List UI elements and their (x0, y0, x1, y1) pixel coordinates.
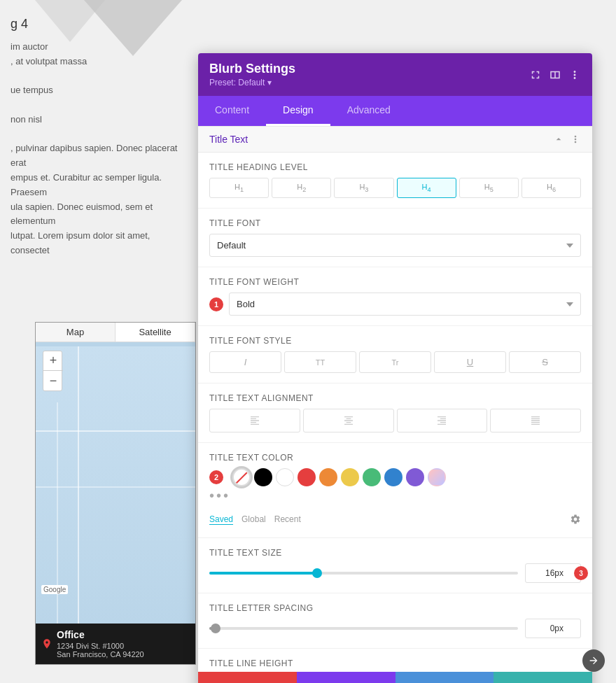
panel-fullscreen-icon[interactable] (529, 69, 542, 81)
heading-h5[interactable]: H5 (459, 178, 519, 198)
map-zoom-in[interactable]: + (43, 351, 63, 371)
title-text-size-track[interactable] (209, 572, 518, 575)
color-swatch-black[interactable] (254, 468, 272, 486)
more-dots: ••• (209, 488, 230, 504)
color-swatch-blue[interactable] (384, 468, 402, 486)
title-letter-spacing-thumb[interactable] (211, 624, 220, 633)
title-letter-spacing-slider-row (209, 619, 581, 638)
color-tab-recent[interactable]: Recent (274, 514, 301, 524)
office-info-card: Office 1234 Divi St. #1000 San Francisco… (36, 624, 195, 664)
tab-content[interactable]: Content (198, 96, 266, 126)
color-swatch-yellow[interactable] (341, 468, 359, 486)
map-tab-map[interactable]: Map (36, 323, 115, 342)
tab-advanced[interactable]: Advanced (330, 96, 407, 126)
bg-text-5: , pulvinar dapibus sapien. Donec placera… (10, 141, 186, 171)
title-letter-spacing-track[interactable] (209, 627, 518, 630)
section-title-text: Title Text (198, 126, 592, 153)
title-text-size-row: Title Text Size 3 (198, 538, 592, 593)
title-font-weight-row: Title Font Weight 1 Bold (198, 267, 592, 326)
title-line-height-label: Title Line Height (209, 659, 581, 668)
color-tab-saved[interactable]: Saved (209, 514, 233, 525)
font-weight-badge: 1 (209, 297, 223, 311)
save-button[interactable]: ✓ (493, 672, 592, 683)
align-left[interactable] (209, 409, 300, 432)
panel-split-icon[interactable] (549, 69, 561, 81)
color-more-dots: ••• (209, 486, 581, 507)
color-settings-icon[interactable] (570, 514, 581, 525)
floating-help-icon[interactable] (582, 649, 605, 672)
title-font-weight-label: Title Font Weight (209, 277, 581, 287)
office-name: Office (57, 629, 188, 640)
bg-number: g 4 (10, 14, 186, 34)
color-swatch-green[interactable] (363, 468, 381, 486)
style-strikethrough[interactable]: S (509, 351, 581, 373)
cancel-button[interactable]: ✕ (198, 672, 297, 683)
blurb-settings-panel: Blurb Settings Preset: Default ▾ Content… (198, 53, 592, 683)
align-center[interactable] (303, 409, 394, 432)
google-logo: Google (41, 585, 68, 594)
redo-button[interactable]: ↪ (396, 672, 494, 683)
heading-h3[interactable]: H3 (334, 178, 393, 198)
title-text-size-slider-row: 3 (209, 563, 581, 583)
title-text-alignment-label: Title Text Alignment (209, 393, 581, 403)
title-text-size-label: Title Text Size (209, 548, 581, 558)
title-letter-spacing-row: Title Letter Spacing (198, 593, 592, 649)
color-badge: 2 (209, 470, 223, 484)
map-widget: Map Satellite + − Google Office 1234 Div… (35, 322, 196, 665)
title-text-size-input[interactable] (525, 563, 581, 583)
color-swatch-white[interactable] (276, 468, 294, 486)
section-menu-icon[interactable] (570, 134, 581, 145)
office-addr1: 1234 Divi St. #1000 (57, 642, 188, 650)
undo-button[interactable]: ↩ (297, 672, 396, 683)
title-text-size-thumb[interactable] (312, 568, 322, 578)
title-font-style-row: Title Font Style I TT Tr U S (198, 326, 592, 383)
map-tab-satellite[interactable]: Satellite (115, 323, 195, 342)
map-zoom-out[interactable]: − (43, 371, 63, 390)
color-swatch-custom[interactable] (428, 468, 446, 486)
heading-h4[interactable]: H4 (397, 178, 456, 198)
bg-text-area: g 4 im auctor , at volutpat massa ue tem… (0, 0, 196, 272)
color-swatch-orange[interactable] (319, 468, 337, 486)
title-letter-spacing-input[interactable] (525, 619, 581, 638)
panel-tabs: Content Design Advanced (198, 96, 592, 126)
bg-text-7: ula sapien. Donec euismod, sem et elemen… (10, 200, 186, 230)
tab-design[interactable]: Design (266, 96, 330, 126)
office-addr2: San Francisco, CA 94220 (57, 650, 188, 659)
style-allcaps[interactable]: TT (284, 351, 356, 373)
bg-text-3: ue tempus (10, 83, 186, 98)
heading-h1[interactable]: H1 (209, 178, 269, 198)
title-font-weight-select-wrap: 1 Bold (209, 293, 581, 316)
map-tab-bar: Map Satellite (36, 323, 195, 342)
title-text-color-row: Title Text Color 2 ••• Saved Global (198, 443, 592, 538)
section-title-label: Title Text (209, 134, 248, 145)
color-tab-global[interactable]: Global (241, 514, 266, 524)
panel-title: Blurb Settings (209, 62, 295, 76)
color-swatch-purple[interactable] (406, 468, 424, 486)
align-right[interactable] (397, 409, 488, 432)
style-underline[interactable]: U (434, 351, 506, 373)
map-road-h2 (36, 486, 195, 488)
section-header-icons (553, 134, 581, 145)
title-text-alignment-buttons (209, 409, 581, 432)
title-font-select[interactable]: Default (209, 234, 581, 257)
title-letter-spacing-label: Title Letter Spacing (209, 603, 581, 613)
color-swatch-red[interactable] (298, 468, 316, 486)
style-italic[interactable]: I (209, 351, 281, 373)
panel-toolbar: ✕ ↩ ↪ ✓ (198, 672, 592, 683)
color-swatch-transparent[interactable] (232, 468, 251, 486)
bg-text-2: , at volutpat massa (10, 55, 186, 69)
align-right-icon (436, 415, 447, 426)
title-text-size-input-wrap: 3 (525, 563, 581, 583)
heading-h6[interactable]: H6 (522, 178, 581, 198)
panel-more-icon[interactable] (568, 69, 581, 81)
section-collapse-icon[interactable] (553, 134, 564, 145)
title-font-row: Title Font Default (198, 209, 592, 267)
panel-header-left: Blurb Settings Preset: Default ▾ (209, 62, 295, 87)
style-capitalize[interactable]: Tr (359, 351, 431, 373)
panel-preset[interactable]: Preset: Default ▾ (209, 78, 295, 87)
heading-h2[interactable]: H2 (272, 178, 331, 198)
align-left-icon (249, 415, 260, 426)
title-font-weight-select[interactable]: Bold (229, 293, 581, 316)
align-justify[interactable] (490, 409, 581, 432)
arrow-icon (588, 655, 599, 666)
